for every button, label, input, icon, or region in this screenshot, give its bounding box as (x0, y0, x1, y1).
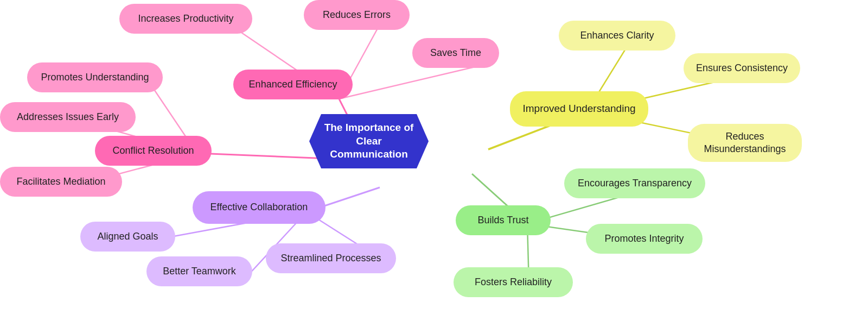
builds-trust-node: Builds Trust (456, 205, 551, 235)
svg-line-7 (339, 66, 477, 99)
increases-productivity-node: Increases Productivity (119, 4, 252, 34)
streamlined-processes-node: Streamlined Processes (266, 243, 396, 273)
improved-understanding-node: Improved Understanding (510, 91, 648, 127)
encourages-transparency-node: Encourages Transparency (564, 168, 705, 198)
enhances-clarity-node: Enhances Clarity (559, 21, 675, 51)
saves-time-node: Saves Time (412, 38, 499, 68)
reduces-errors-node: Reduces Errors (304, 0, 410, 30)
promotes-understanding-node: Promotes Understanding (27, 62, 163, 92)
promotes-integrity-node: Promotes Integrity (586, 224, 703, 254)
conflict-resolution-node: Conflict Resolution (95, 136, 212, 166)
addresses-issues-early-node: Addresses Issues Early (0, 102, 136, 132)
ensures-consistency-node: Ensures Consistency (684, 53, 800, 83)
facilitates-mediation-node: Facilitates Mediation (0, 167, 122, 197)
center-node: The Importance of Clear Communication (309, 114, 429, 168)
better-teamwork-node: Better Teamwork (146, 256, 252, 286)
reduces-misunderstandings-node: Reduces Misunderstandings (688, 124, 802, 162)
fosters-reliability-node: Fosters Reliability (454, 267, 573, 297)
aligned-goals-node: Aligned Goals (80, 222, 175, 252)
effective-collaboration-node: Effective Collaboration (193, 191, 326, 224)
enhanced-efficiency-node: Enhanced Efficiency (233, 70, 353, 99)
